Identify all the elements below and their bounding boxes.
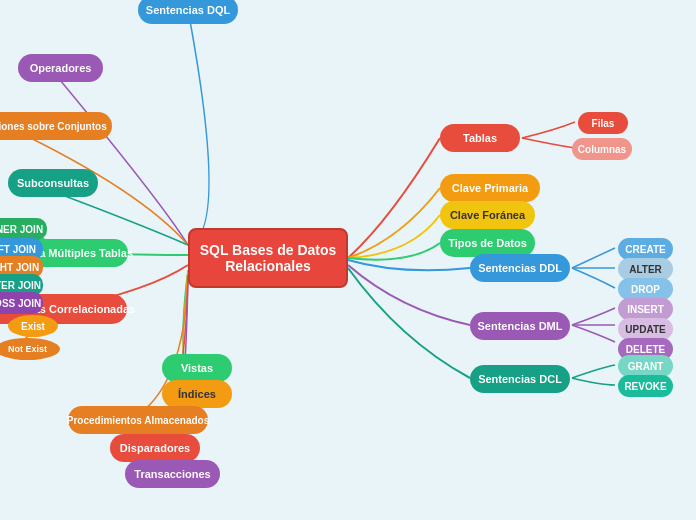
alter-node: ALTER — [618, 258, 673, 280]
cross-join-node: CROSS JOIN — [0, 292, 43, 314]
disparadores-node: Disparadores — [110, 434, 200, 462]
clave-primaria-node: Clave Primaria — [440, 174, 540, 202]
sentencias-dcl-node: Sentencias DCL — [470, 365, 570, 393]
inner-join-node: INNER JOIN — [0, 218, 47, 240]
sentencias-ddl-node: Sentencias DDL — [470, 254, 570, 282]
central-label: SQL Bases de Datos Relacionales — [198, 242, 338, 274]
not-exist-node: Not Exist — [0, 338, 60, 360]
grant-node: GRANT — [618, 355, 673, 377]
insert-node: INSERT — [618, 298, 673, 320]
proc-almacenados-node: Procedimientos Almacenados — [68, 406, 208, 434]
sentencias-dml-node: Sentencias DML — [470, 312, 570, 340]
filas-node: Filas — [578, 112, 628, 134]
aciones-conjuntos-node: aciones sobre Conjuntos — [0, 112, 112, 140]
central-node: SQL Bases de Datos Relacionales — [188, 228, 348, 288]
tablas-node: Tablas — [440, 124, 520, 152]
revoke-node: REVOKE — [618, 375, 673, 397]
exist-node: Exist — [8, 315, 58, 337]
drop-node: DROP — [618, 278, 673, 300]
tipos-datos-node: Tipos de Datos — [440, 229, 535, 257]
indices-node: Índices — [162, 380, 232, 408]
mindmap-canvas: SQL Bases de Datos Relacionales Tablas C… — [0, 0, 696, 520]
subconsultas-node: Subconsultas — [8, 169, 98, 197]
vistas-node: Vistas — [162, 354, 232, 382]
operadores-node: Operadores — [18, 54, 103, 82]
columnas-node: Columnas — [572, 138, 632, 160]
sentencias-dql-node: Sentencias DQL — [138, 0, 238, 24]
update-node: UPDATE — [618, 318, 673, 340]
clave-foranea-node: Clave Foránea — [440, 201, 535, 229]
create-node: CREATE — [618, 238, 673, 260]
transacciones-node: Transacciones — [125, 460, 220, 488]
